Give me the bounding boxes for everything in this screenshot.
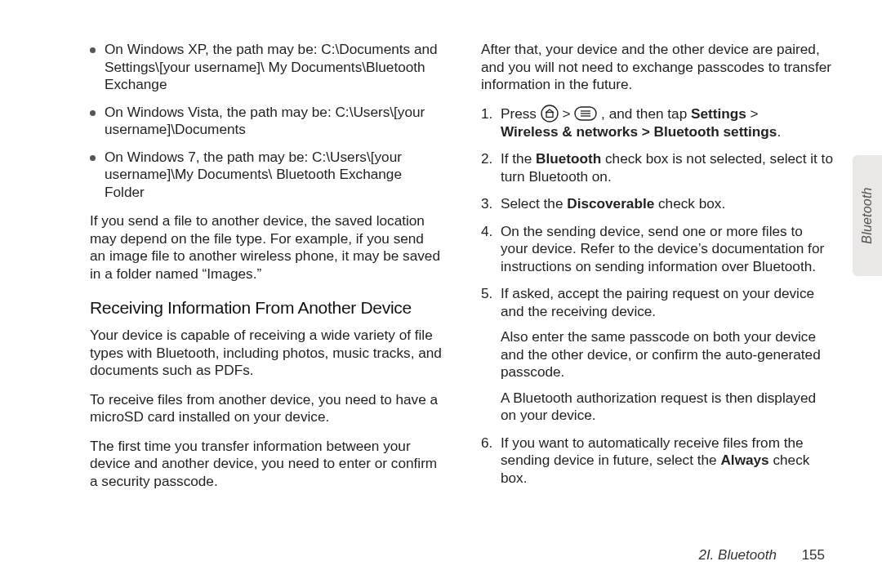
side-tab-label: Bluetooth bbox=[860, 187, 875, 243]
menu-key-icon bbox=[574, 106, 597, 121]
page-number: 155 bbox=[802, 547, 825, 563]
bold-label: Settings bbox=[691, 105, 746, 122]
step-text-fragment: If the bbox=[501, 150, 536, 167]
step-subtext: A Bluetooth authorization request is the… bbox=[501, 390, 833, 425]
paragraph: To receive files from another device, yo… bbox=[90, 391, 442, 426]
bold-label: Wireless & networks > Bluetooth settings bbox=[501, 123, 777, 140]
paragraph: After that, your device and the other de… bbox=[481, 41, 833, 94]
list-item: On Windows 7, the path may be: C:\Users\… bbox=[90, 149, 442, 202]
paragraph: If you send a file to another device, th… bbox=[90, 212, 442, 283]
bold-label: Bluetooth bbox=[536, 150, 601, 167]
home-key-icon bbox=[541, 105, 559, 122]
step-item: If the Bluetooth check box is not select… bbox=[481, 150, 833, 185]
list-item: On Windows Vista, the path may be: C:\Us… bbox=[90, 104, 442, 139]
document-page: On Windows XP, the path may be: C:\Docum… bbox=[0, 0, 882, 588]
step-subtext: Also enter the same passcode on both you… bbox=[501, 328, 833, 381]
step-text-fragment: Select the bbox=[501, 195, 567, 212]
page-footer: 2I. Bluetooth 155 bbox=[698, 547, 825, 564]
step-item: If you want to automatically receive fil… bbox=[481, 434, 833, 488]
svg-rect-1 bbox=[546, 112, 553, 117]
paragraph: The first time you transfer information … bbox=[90, 438, 442, 491]
section-side-tab: Bluetooth bbox=[853, 155, 882, 276]
right-column: After that, your device and the other de… bbox=[481, 41, 833, 564]
step-text-fragment: > bbox=[563, 105, 575, 122]
step-text-fragment: Press bbox=[501, 105, 541, 122]
left-column: On Windows XP, the path may be: C:\Docum… bbox=[90, 41, 442, 564]
footer-section: 2I. Bluetooth bbox=[698, 547, 776, 563]
step-text-fragment: check box. bbox=[654, 195, 725, 212]
step-text-fragment: , and then tap bbox=[601, 105, 691, 122]
paragraph: Your device is capable of receiving a wi… bbox=[90, 327, 442, 380]
section-heading: Receiving Information From Another Devic… bbox=[90, 297, 442, 318]
step-item: On the sending device, send one or more … bbox=[481, 223, 833, 276]
step-item: Select the Discoverable check box. bbox=[481, 195, 833, 213]
bold-label: Discoverable bbox=[567, 195, 654, 212]
step-item: If asked, accept the pairing request on … bbox=[481, 285, 833, 425]
step-item: Press > , bbox=[481, 105, 833, 141]
step-text-fragment: > bbox=[746, 105, 759, 122]
bold-label: Always bbox=[720, 452, 768, 468]
steps-list: Press > , bbox=[481, 105, 833, 488]
path-bullet-list: On Windows XP, the path may be: C:\Docum… bbox=[90, 41, 442, 201]
svg-point-0 bbox=[541, 105, 558, 122]
list-item: On Windows XP, the path may be: C:\Docum… bbox=[90, 41, 442, 94]
step-text-fragment: . bbox=[777, 123, 781, 140]
step-text-fragment: If asked, accept the pairing request on … bbox=[501, 285, 814, 319]
